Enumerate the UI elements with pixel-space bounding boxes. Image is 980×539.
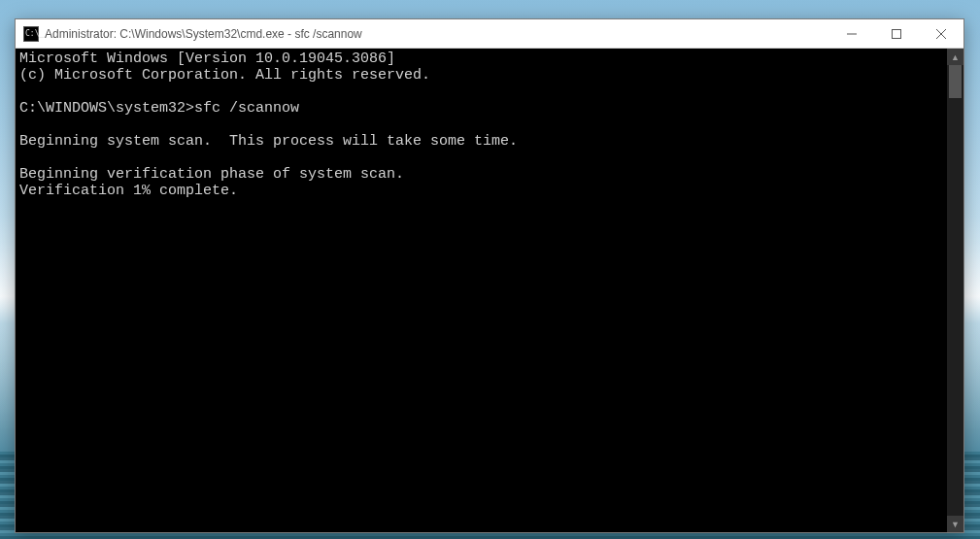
svg-rect-0	[893, 29, 901, 38]
window-controls	[829, 19, 963, 48]
console-line: Verification 1% complete.	[19, 183, 238, 199]
scroll-up-button[interactable]: ▲	[947, 49, 963, 65]
chevron-up-icon: ▲	[951, 52, 960, 62]
console-output[interactable]: Microsoft Windows [Version 10.0.19045.30…	[16, 49, 947, 532]
maximize-icon	[892, 29, 901, 39]
console-line: (c) Microsoft Corporation. All rights re…	[19, 67, 430, 84]
cmd-icon	[23, 26, 39, 42]
console-command: sfc /scannow	[194, 100, 299, 117]
window-title: Administrator: C:\Windows\System32\cmd.e…	[45, 27, 829, 41]
console-client-area: Microsoft Windows [Version 10.0.19045.30…	[16, 49, 963, 532]
scrollbar-track[interactable]	[947, 65, 963, 516]
minimize-icon	[847, 29, 857, 39]
chevron-down-icon: ▼	[951, 520, 960, 529]
console-prompt: C:\WINDOWS\system32>	[19, 100, 194, 117]
close-button[interactable]	[919, 19, 963, 48]
console-line: Microsoft Windows [Version 10.0.19045.30…	[19, 51, 395, 67]
console-line: Beginning system scan. This process will…	[19, 133, 518, 150]
close-icon	[936, 29, 946, 39]
console-line: Beginning verification phase of system s…	[19, 166, 404, 183]
titlebar[interactable]: Administrator: C:\Windows\System32\cmd.e…	[16, 19, 963, 49]
vertical-scrollbar[interactable]: ▲ ▼	[947, 49, 963, 532]
maximize-button[interactable]	[874, 19, 919, 48]
scrollbar-thumb[interactable]	[949, 65, 962, 98]
scroll-down-button[interactable]: ▼	[947, 516, 963, 532]
minimize-button[interactable]	[829, 19, 874, 48]
cmd-window: Administrator: C:\Windows\System32\cmd.e…	[15, 18, 964, 533]
